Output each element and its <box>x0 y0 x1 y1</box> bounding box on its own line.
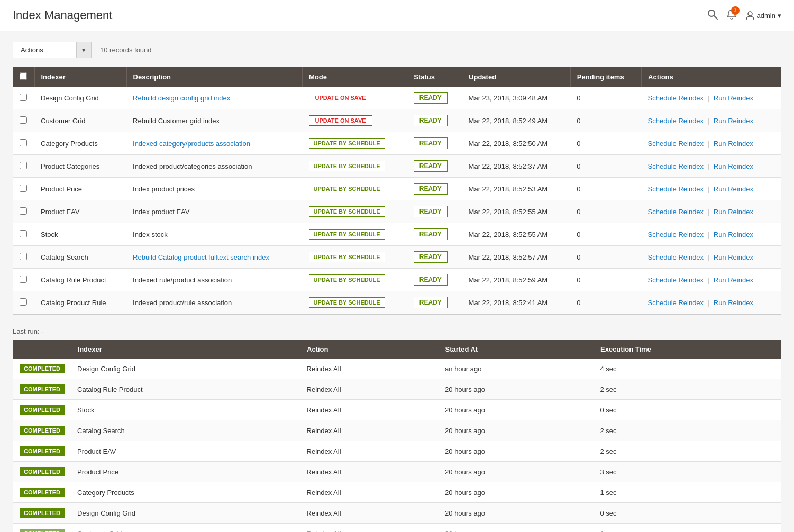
row-actions: Schedule Reindex | Run Reindex <box>642 132 781 155</box>
history-status-inner: COMPLETED <box>13 400 71 420</box>
row-pending: 0 <box>570 178 641 200</box>
description-link[interactable]: Rebuild Catalog product fulltext search … <box>133 253 269 261</box>
run-reindex-link[interactable]: Run Reindex <box>714 140 753 148</box>
schedule-reindex-link[interactable]: Schedule Reindex <box>648 185 704 193</box>
row-action-links: Schedule Reindex | Run Reindex <box>648 185 753 193</box>
row-checkbox-cell[interactable] <box>13 269 34 291</box>
schedule-reindex-link[interactable]: Schedule Reindex <box>648 231 704 239</box>
schedule-reindex-link[interactable]: Schedule Reindex <box>648 117 704 125</box>
row-checkbox[interactable] <box>20 253 27 260</box>
row-description: Indexed product/rule association <box>126 291 303 314</box>
action-separator: | <box>708 208 709 216</box>
history-action: Reindex All <box>300 400 439 420</box>
mode-badge: UPDATE ON SAVE <box>309 115 372 126</box>
history-row: COMPLETED Product EAV Reindex All 20 hou… <box>13 441 781 462</box>
history-exec-time: 1 sec <box>594 482 781 503</box>
history-indexer: Product EAV <box>71 441 300 462</box>
row-checkbox[interactable] <box>20 207 27 215</box>
run-reindex-link[interactable]: Run Reindex <box>714 276 753 284</box>
row-checkbox-cell[interactable] <box>13 246 34 269</box>
row-indexer: Catalog Rule Product <box>34 269 126 291</box>
schedule-reindex-link[interactable]: Schedule Reindex <box>648 162 704 170</box>
history-exec-time: 2 sec <box>594 379 781 400</box>
row-indexer: Catalog Product Rule <box>34 291 126 314</box>
run-reindex-link[interactable]: Run Reindex <box>714 299 753 307</box>
actions-dropdown[interactable]: Actions ▾ <box>13 42 92 58</box>
row-pending: 0 <box>570 269 641 291</box>
status-badge: READY <box>414 92 448 104</box>
description-link[interactable]: Indexed category/products association <box>133 140 250 148</box>
completed-badge: COMPLETED <box>20 529 65 532</box>
mode-badge: UPDATE BY SCHEDULE <box>309 206 385 217</box>
search-button[interactable] <box>707 9 718 22</box>
row-checkbox[interactable] <box>20 298 27 306</box>
row-status: READY <box>407 200 462 223</box>
history-indexer: Catalog Search <box>71 420 300 441</box>
select-all-checkbox[interactable] <box>20 72 27 80</box>
row-checkbox[interactable] <box>20 139 27 146</box>
status-badge: READY <box>414 297 448 308</box>
row-status: READY <box>407 269 462 291</box>
history-exec-time: 3 sec <box>594 462 781 482</box>
table-row: Product Categories Indexed product/categ… <box>13 155 781 178</box>
description-link[interactable]: Rebuild design config grid index <box>133 94 230 102</box>
row-updated: Mar 22, 2018, 8:52:57 AM <box>462 246 571 269</box>
user-menu-button[interactable]: admin ▾ <box>745 11 781 20</box>
history-started: 20 hours ago <box>439 462 594 482</box>
row-description: Rebuild Customer grid index <box>126 109 303 132</box>
row-mode: UPDATE BY SCHEDULE <box>303 223 407 246</box>
row-checkbox[interactable] <box>20 185 27 192</box>
row-checkbox-cell[interactable] <box>13 178 34 200</box>
row-checkbox[interactable] <box>20 94 27 101</box>
schedule-reindex-link[interactable]: Schedule Reindex <box>648 299 704 307</box>
table-row: Design Config Grid Rebuild design config… <box>13 87 781 109</box>
history-row: COMPLETED Design Config Grid Reindex All… <box>13 359 781 379</box>
row-checkbox-cell[interactable] <box>13 200 34 223</box>
row-checkbox-cell[interactable] <box>13 132 34 155</box>
row-checkbox[interactable] <box>20 276 27 283</box>
run-reindex-link[interactable]: Run Reindex <box>714 208 753 216</box>
run-reindex-link[interactable]: Run Reindex <box>714 253 753 261</box>
row-actions: Schedule Reindex | Run Reindex <box>642 223 781 246</box>
run-reindex-link[interactable]: Run Reindex <box>714 162 753 170</box>
history-status-cell: COMPLETED <box>13 400 71 420</box>
mode-badge: UPDATE ON SAVE <box>309 93 372 103</box>
main-content: Actions ▾ 10 records found Indexer Descr… <box>0 31 794 532</box>
history-action: Reindex All <box>300 524 439 533</box>
row-checkbox-cell[interactable] <box>13 223 34 246</box>
run-reindex-link[interactable]: Run Reindex <box>714 117 753 125</box>
row-actions: Schedule Reindex | Run Reindex <box>642 200 781 223</box>
row-actions: Schedule Reindex | Run Reindex <box>642 269 781 291</box>
history-status-inner: COMPLETED <box>13 482 71 502</box>
row-checkbox[interactable] <box>20 230 27 237</box>
select-all-header[interactable] <box>13 67 34 87</box>
row-checkbox-cell[interactable] <box>13 87 34 109</box>
history-status-inner: COMPLETED <box>13 462 71 482</box>
col-indexer: Indexer <box>34 67 126 87</box>
run-reindex-link[interactable]: Run Reindex <box>714 94 753 102</box>
history-status-cell: COMPLETED <box>13 379 71 400</box>
history-status-inner: COMPLETED <box>13 524 71 532</box>
last-run-section: Last run: - <box>13 327 781 335</box>
completed-badge: COMPLETED <box>20 364 65 373</box>
schedule-reindex-link[interactable]: Schedule Reindex <box>648 208 704 216</box>
row-checkbox-cell[interactable] <box>13 155 34 178</box>
row-indexer: Catalog Search <box>34 246 126 269</box>
history-indexer: Product Price <box>71 462 300 482</box>
history-table: Indexer Action Started At Execution Time… <box>13 340 781 532</box>
history-action: Reindex All <box>300 462 439 482</box>
schedule-reindex-link[interactable]: Schedule Reindex <box>648 94 704 102</box>
row-checkbox[interactable] <box>20 162 27 169</box>
row-updated: Mar 22, 2018, 8:52:37 AM <box>462 155 571 178</box>
run-reindex-link[interactable]: Run Reindex <box>714 185 753 193</box>
row-checkbox[interactable] <box>20 116 27 124</box>
row-checkbox-cell[interactable] <box>13 291 34 314</box>
run-reindex-link[interactable]: Run Reindex <box>714 231 753 239</box>
row-checkbox-cell[interactable] <box>13 109 34 132</box>
schedule-reindex-link[interactable]: Schedule Reindex <box>648 276 704 284</box>
schedule-reindex-link[interactable]: Schedule Reindex <box>648 253 704 261</box>
schedule-reindex-link[interactable]: Schedule Reindex <box>648 140 704 148</box>
mode-badge: UPDATE BY SCHEDULE <box>309 252 385 262</box>
status-badge: READY <box>414 160 448 172</box>
notifications-button[interactable]: 3 <box>726 9 737 22</box>
